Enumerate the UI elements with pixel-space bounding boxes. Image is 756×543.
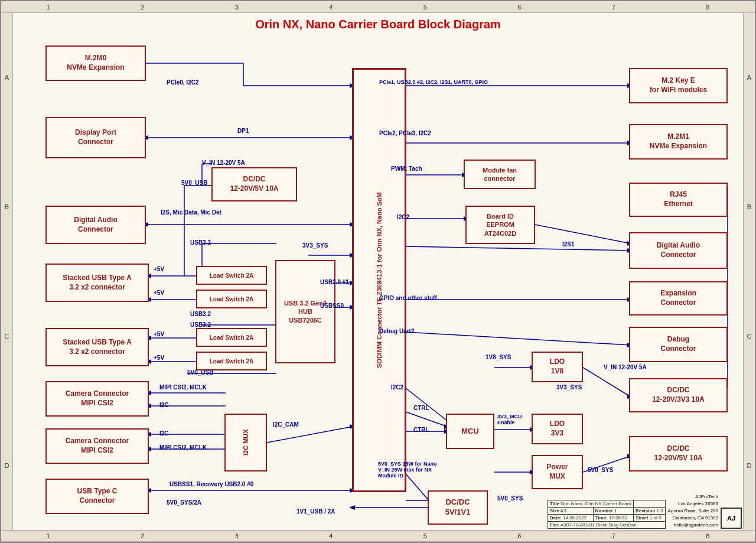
digital-audio-left-box: Digital AudioConnector <box>45 206 146 244</box>
signal-5v0-sys-nano: 5V0_SYS 15W for NanoV_IN 25W max for NXM… <box>378 461 437 479</box>
m2m1-box: M.2M1NVMe Expansion <box>629 124 728 160</box>
signal-v-in: V_IN 12-20V 5A <box>202 160 245 166</box>
grid-bottom: 1 2 3 4 5 6 7 8 <box>1 530 755 542</box>
signal-i2c-cam2: I2C <box>159 430 169 437</box>
signal-pwm-tach: PWM, Tach <box>391 165 422 172</box>
dcdc-right1-box: DC/DC12-20V/3V3 10A <box>629 378 728 412</box>
signal-5v0-sys-right: 5V0_SYS <box>588 467 613 473</box>
load-sw2b-box: Load Switch 2A <box>196 352 267 370</box>
signal-debug-uart2: Debug Uart2 <box>379 328 414 334</box>
module-fan-box: Module fanconnector <box>464 160 536 189</box>
mcu-box: MCU <box>446 414 494 449</box>
signal-1v1-usb: 1V1_USB / 2A <box>296 508 335 515</box>
camera-mipi1-box: Camera ConnectorMIPI CSI2 <box>45 381 149 417</box>
load-sw1b-box: Load Switch 2A <box>196 290 267 308</box>
signal-pcie0-i2c2: PCIe0, I2C2 <box>167 79 198 86</box>
signal-3v3-sys-r: 3V3_SYS <box>556 384 582 391</box>
signal-5v0-sys-pmux: 5V0_SYS <box>497 495 523 502</box>
signal-mipi-csi1: MIPI CSI2, MCLK <box>159 384 207 391</box>
signal-5v-sw2a: +5V <box>154 331 164 337</box>
signal-ctrl-bot: CTRL <box>413 427 429 433</box>
signal-dp1: DP1 <box>237 128 249 134</box>
grid-right: A B C D <box>743 13 755 530</box>
load-sw2a-box: Load Switch 2A <box>196 328 267 347</box>
i2c-mux-box: I2C MUX <box>224 414 267 472</box>
signal-i2c-cam1: I2C <box>159 402 169 408</box>
signal-i2s-mic: I2S, Mic Data, Mic Det <box>161 209 221 216</box>
diagram-container: 1 2 3 4 5 6 7 8 1 2 3 4 5 6 7 8 A B C D … <box>0 0 756 543</box>
svg-line-87 <box>583 368 630 396</box>
aj-logo: AJ <box>721 508 742 529</box>
dcdc-5v1v1-box: DC/DC5V/1V1 <box>428 490 488 525</box>
svg-line-49 <box>406 246 630 251</box>
signal-pcie2: PCIe2, PCIe3, I2C2 <box>379 130 431 136</box>
debug-box: DebugConnector <box>629 327 728 362</box>
signal-v-in-r: V_IN 12-20V 5A <box>604 364 647 370</box>
grid-left: A B C D <box>1 13 13 530</box>
footer: Title Orin Nano, Orin NX Carrier Board S… <box>548 493 742 529</box>
grid-top: 1 2 3 4 5 6 7 8 <box>1 1 755 13</box>
signal-pcie1: PCIe1, USB2.0 #2, I2C2, I2S1, UART0, GPI… <box>379 79 488 85</box>
signal-mipi-csi2: MIPI CSI2, MCLK <box>159 444 207 451</box>
m2m0-box: M.2M0NVMe Expansion <box>45 45 146 81</box>
usb-hub-box: USB 3.2 Gen2 HUBUSB7206C <box>275 260 335 363</box>
digital-audio-right-box: Digital AudioConnector <box>629 232 728 269</box>
signal-1v8-sys: 1V8_SYS <box>485 354 511 360</box>
signal-usb32-top: USB3.2 <box>190 239 211 246</box>
stacked-usb-a2-box: Stacked USB Type A3.2 x2 connector <box>45 328 149 366</box>
svg-line-65 <box>406 412 447 427</box>
stacked-usb-a1-box: Stacked USB Type A3.2 x2 connector <box>45 264 149 302</box>
signal-usbss0: USBSS0 <box>320 303 344 309</box>
svg-line-53 <box>406 332 630 345</box>
signal-usb32-mid: USB3.2 <box>190 311 211 317</box>
signal-3v3-mcu: 3V3_MCUEnable <box>497 414 522 425</box>
signal-ctrl-top: CTRL <box>413 405 429 411</box>
ldo-1v8-box: LDO1V8 <box>532 352 583 382</box>
signal-5v-sw1a: +5V <box>154 266 164 272</box>
signal-i2c2-mcu: I2C2 <box>391 384 403 391</box>
footer-table: Title Orin Nano, Orin NX Carrier Board S… <box>548 500 666 529</box>
svg-line-63 <box>267 427 353 443</box>
main-title: Orin NX, Nano Carrier Board Block Diagra… <box>255 18 501 31</box>
signal-i2s1-right: I2S1 <box>562 241 575 248</box>
signal-5v-sw1b: +5V <box>154 290 164 296</box>
signal-gpio: GPIO and other stuff <box>379 295 437 301</box>
svg-marker-84 <box>349 505 355 510</box>
board-eeprom-box: Board IDEEPROMAT24C02D <box>465 206 535 244</box>
expansion-box: ExpansionConnector <box>629 281 728 316</box>
signal-usbss1: USBSS1, Recovery USB2.0 #0 <box>170 481 253 487</box>
signal-usb2-1: USB2.0 #1 <box>320 279 349 285</box>
dcdc-input-box: DC/DC12-20V/5V 10A <box>211 167 297 201</box>
signal-3v3-sys: 3V3_SYS <box>302 242 328 249</box>
signal-5v0-usb-top: 5V0_USB <box>181 180 207 186</box>
display-port-box: Display PortConnector <box>45 117 146 158</box>
signal-i2c2-eeprom: I2C2 <box>397 214 409 220</box>
signal-i2c-cam-mux: I2C_CAM <box>273 421 299 428</box>
dcdc-right2-box: DC/DC12-20V/5V 10A <box>629 436 728 472</box>
power-mux-box: PowerMUX <box>532 455 583 489</box>
footer-company: AJProTech Los Angeles 26563 Agoura Road,… <box>668 493 718 529</box>
rj45-box: RJ45Ethernet <box>629 183 728 217</box>
ldo-3v3-box: LDO3V3 <box>532 414 583 444</box>
usb-type-c-box: USB Type CConnector <box>45 479 149 514</box>
signal-5v-sw2b: +5V <box>154 355 164 361</box>
load-sw1a-box: Load Switch 2A <box>196 266 267 285</box>
signal-5v0-usb-bot: 5V0_USB <box>187 369 213 376</box>
camera-mipi2-box: Camera ConnectorMIPI CSI2 <box>45 428 149 464</box>
m2-key-e-box: M.2 Key Efor WiFi modules <box>629 68 728 103</box>
signal-usb32-mid2: USB3.2 <box>190 321 211 328</box>
svg-line-47 <box>535 225 630 243</box>
signal-5v0-sys-2a: 5V0_SYS/2A <box>167 499 201 506</box>
